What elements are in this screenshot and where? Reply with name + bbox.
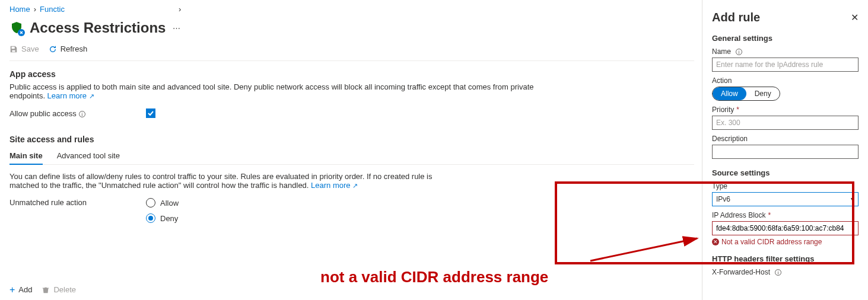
delete-label: Delete xyxy=(53,285,76,294)
site-rules-desc-text: You can define lists of allow/deny rules… xyxy=(9,172,433,190)
chevron-right-icon: › xyxy=(34,5,36,14)
priority-label: Priority * xyxy=(712,106,859,114)
refresh-button[interactable]: Refresh xyxy=(49,44,88,53)
name-input[interactable] xyxy=(712,58,859,72)
page-title: Access Restrictions xyxy=(30,20,166,36)
type-value: IPv6 xyxy=(716,195,730,203)
action-label: Action xyxy=(712,76,859,85)
action-deny[interactable]: Deny xyxy=(746,87,780,100)
http-headers-title: HTTP headers filter settings xyxy=(712,254,859,263)
save-button[interactable]: Save xyxy=(9,44,39,53)
info-icon[interactable]: i xyxy=(79,111,85,117)
breadcrumb-home[interactable]: Home xyxy=(9,5,30,14)
tab-advanced-tool-site[interactable]: Advanced tool site xyxy=(57,148,120,164)
add-button[interactable]: + Add xyxy=(9,285,32,294)
allow-public-access-checkbox[interactable] xyxy=(146,108,155,118)
x-forwarded-host-label: X-Forwarded-Hosti xyxy=(712,268,859,276)
close-icon[interactable]: ✕ xyxy=(851,12,859,23)
general-settings-title: General settings xyxy=(712,34,859,43)
annotation-arrow-icon xyxy=(587,231,706,267)
ip-address-block-input[interactable] xyxy=(712,221,859,235)
svg-line-1 xyxy=(590,238,697,261)
ip-error-message: ✕ Not a valid CIDR address range xyxy=(712,238,859,246)
description-label: Description xyxy=(712,135,859,143)
info-icon[interactable]: i xyxy=(736,49,742,55)
more-icon[interactable]: ⋯ xyxy=(173,24,180,33)
info-icon[interactable]: i xyxy=(775,269,781,276)
plus-icon: + xyxy=(9,286,15,294)
type-label: Type xyxy=(712,182,859,190)
shield-icon xyxy=(9,21,24,35)
radio-deny[interactable]: Deny xyxy=(146,213,179,223)
breadcrumb: Home › Functic › xyxy=(9,2,694,20)
allow-public-access-label: Allow public accessi xyxy=(9,109,146,118)
action-toggle: Allow Deny xyxy=(712,87,780,101)
ip-address-block-label: IP Address Block * xyxy=(712,211,859,219)
external-link-icon: ↗ xyxy=(352,182,358,189)
radio-deny-label: Deny xyxy=(160,214,178,223)
page-header: Access Restrictions ⋯ xyxy=(9,20,694,36)
radio-icon xyxy=(146,213,155,223)
app-access-desc: Public access is applied to both main si… xyxy=(9,82,543,100)
trash-icon xyxy=(42,286,50,294)
chevron-right-icon: › xyxy=(179,5,181,14)
learn-more-link-2[interactable]: Learn more ↗ xyxy=(311,181,358,190)
name-label: Namei xyxy=(712,47,859,56)
error-icon: ✕ xyxy=(712,238,719,245)
radio-allow[interactable]: Allow xyxy=(146,198,179,208)
tabs: Main site Advanced tool site xyxy=(9,148,694,165)
save-icon xyxy=(9,45,18,53)
site-rules-desc: You can define lists of allow/deny rules… xyxy=(9,172,437,190)
radio-icon xyxy=(146,198,155,208)
radio-allow-label: Allow xyxy=(160,199,179,208)
unmatched-rule-action-label: Unmatched rule action xyxy=(9,198,146,207)
breadcrumb-function[interactable]: Functic xyxy=(40,5,65,14)
toolbar: Save Refresh xyxy=(9,44,694,61)
add-rule-panel: Add rule ✕ General settings Namei Action… xyxy=(702,0,868,300)
learn-more-link[interactable]: Learn more ↗ xyxy=(47,91,94,100)
annotation-text: not a valid CIDR address range xyxy=(320,268,548,286)
external-link-icon: ↗ xyxy=(89,92,94,100)
description-input[interactable] xyxy=(712,145,859,159)
tab-main-site[interactable]: Main site xyxy=(9,148,43,165)
action-allow[interactable]: Allow xyxy=(713,87,746,100)
site-access-title: Site access and rules xyxy=(9,135,694,144)
panel-title: Add rule xyxy=(712,11,760,24)
delete-button[interactable]: Delete xyxy=(42,285,76,294)
type-select[interactable]: IPv6 ▾ xyxy=(712,192,859,206)
save-label: Save xyxy=(21,44,39,53)
source-settings-title: Source settings xyxy=(712,168,859,177)
refresh-icon xyxy=(49,45,57,53)
chevron-down-icon: ▾ xyxy=(851,195,854,203)
priority-input[interactable] xyxy=(712,116,859,130)
app-access-title: App access xyxy=(9,69,694,79)
refresh-label: Refresh xyxy=(61,44,88,53)
add-label: Add xyxy=(18,285,32,294)
check-icon xyxy=(147,110,154,117)
ip-error-text: Not a valid CIDR address range xyxy=(721,238,822,246)
